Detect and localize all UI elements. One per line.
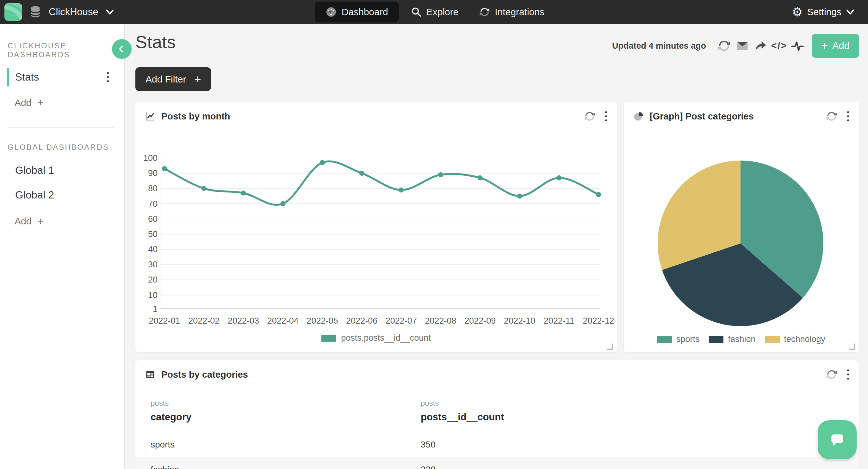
card-kebab-menu[interactable] — [847, 369, 849, 379]
sidebar-item-global-1[interactable]: Global 1 — [15, 164, 124, 176]
gear-icon: ⚙ — [792, 6, 803, 18]
card-header: [Graph] Post categories — [624, 102, 859, 131]
table-row: fashion 320 — [135, 457, 859, 469]
card-post-categories-graph: [Graph] Post categories sports fashion — [624, 102, 859, 353]
add-chart-label: Add — [832, 40, 850, 52]
tab-explore[interactable]: Explore — [402, 2, 468, 23]
card-refresh-button[interactable] — [826, 111, 837, 122]
svg-text:1: 1 — [153, 304, 158, 313]
tab-integrations-label: Integrations — [495, 7, 545, 18]
plus-icon: + — [821, 39, 828, 53]
sidebar: CLICKHOUSE DASHBOARDS Stats Add + GLOBAL… — [0, 24, 125, 469]
kebab-menu-icon[interactable] — [106, 72, 109, 82]
card-kebab-menu[interactable] — [847, 111, 849, 121]
svg-text:80: 80 — [148, 183, 158, 193]
sidebar-section-global: GLOBAL DASHBOARDS — [8, 143, 124, 152]
search-icon — [411, 7, 422, 18]
chat-bubble-icon — [827, 430, 848, 450]
pie-chart — [624, 102, 859, 353]
svg-text:30: 30 — [148, 260, 158, 269]
tab-dashboard[interactable]: Dashboard — [315, 2, 399, 23]
add-label: Add — [14, 216, 31, 227]
sidebar-item-stats-label: Stats — [15, 71, 39, 83]
svg-text:2022-10: 2022-10 — [504, 316, 535, 326]
svg-text:2022-04: 2022-04 — [267, 316, 299, 326]
add-filter-button[interactable]: Add Filter + — [135, 67, 211, 91]
table-row: sports 350 — [135, 432, 859, 457]
sidebar-add-global-dashboard[interactable]: Add + — [14, 215, 124, 227]
svg-text:40: 40 — [148, 245, 158, 254]
tab-dashboard-label: Dashboard — [342, 7, 388, 18]
add-chart-button[interactable]: + Add — [812, 34, 859, 58]
workspace-brand[interactable]: ClickHouse — [4, 3, 114, 21]
card-kebab-menu[interactable] — [605, 111, 607, 121]
page-title: Stats — [135, 32, 176, 52]
embed-code-button[interactable]: </> — [770, 37, 788, 55]
legend-item-sports: sports — [657, 334, 700, 344]
envelope-icon — [736, 39, 749, 53]
plus-icon: + — [37, 96, 43, 109]
plus-icon: + — [37, 215, 43, 227]
sidebar-item-global-2[interactable]: Global 2 — [15, 189, 124, 201]
card-header: Posts by month — [135, 102, 617, 131]
active-indicator — [7, 68, 9, 86]
email-report-button[interactable] — [733, 37, 752, 55]
svg-text:90: 90 — [148, 168, 158, 178]
card-posts-by-categories: Posts by categories posts category posts… — [135, 360, 859, 469]
legend-label: fashion — [728, 334, 755, 344]
line-chart-legend: posts.posts__id__count — [135, 333, 617, 343]
add-filter-label: Add Filter — [146, 74, 186, 85]
card-refresh-button[interactable] — [826, 369, 837, 380]
legend-label: posts.posts__id__count — [341, 333, 431, 343]
svg-text:2022-01: 2022-01 — [149, 316, 180, 326]
svg-text:10: 10 — [148, 291, 158, 300]
svg-text:2022-07: 2022-07 — [385, 316, 417, 326]
legend-swatch — [321, 335, 336, 342]
sidebar-section-clickhouse: CLICKHOUSE DASHBOARDS — [8, 41, 124, 59]
sidebar-collapse-button[interactable] — [112, 39, 132, 59]
refresh-button[interactable] — [715, 37, 733, 55]
pie-chart-icon — [633, 111, 644, 122]
table-icon — [145, 369, 156, 380]
column-name: posts__id__count — [421, 411, 859, 423]
gauge-icon — [326, 6, 337, 18]
cell-count: 320 — [421, 465, 859, 469]
pie-chart-legend: sports fashion technology — [624, 334, 859, 344]
refresh-icon — [584, 111, 595, 122]
column-header-count: posts posts__id__count — [421, 399, 859, 423]
svg-text:60: 60 — [148, 214, 158, 224]
refresh-icon — [826, 369, 837, 380]
card-refresh-button[interactable] — [584, 111, 595, 122]
settings-label: Settings — [807, 7, 841, 18]
tab-integrations[interactable]: Integrations — [470, 2, 553, 23]
settings-menu[interactable]: ⚙ Settings — [792, 6, 855, 18]
legend-label: technology — [784, 334, 826, 344]
legend-item-technology: technology — [765, 334, 826, 344]
card-actions — [826, 111, 849, 122]
share-button[interactable] — [752, 37, 770, 55]
card-actions — [584, 111, 607, 122]
card-title: Posts by categories — [161, 369, 248, 380]
refresh-icon — [826, 111, 837, 122]
svg-text:2022-03: 2022-03 — [228, 316, 259, 326]
column-header-category: posts category — [135, 399, 421, 423]
nav-tabs: Dashboard Explore Integrations — [315, 0, 553, 24]
svg-text:100: 100 — [143, 153, 158, 163]
code-icon: </> — [771, 40, 787, 52]
legend-label: sports — [676, 334, 700, 344]
sync-icon — [479, 7, 490, 18]
top-nav: ClickHouse Dashboard Explore — [0, 0, 868, 24]
svg-text:2022-06: 2022-06 — [346, 316, 377, 326]
card-posts-by-month: 10090807060504030201012022-012022-022022… — [135, 102, 617, 353]
sidebar-add-dashboard[interactable]: Add + — [14, 96, 124, 109]
cell-category: sports — [135, 440, 421, 450]
svg-text:2022-09: 2022-09 — [464, 316, 496, 326]
chat-widget-button[interactable] — [818, 420, 857, 459]
workspace-name: ClickHouse — [49, 6, 98, 18]
svg-text:2022-02: 2022-02 — [188, 316, 220, 326]
svg-text:2022-08: 2022-08 — [425, 316, 457, 326]
legend-swatch — [765, 336, 780, 343]
line-chart-icon — [145, 111, 156, 122]
activity-button[interactable] — [788, 37, 807, 55]
sidebar-item-stats[interactable]: Stats — [0, 68, 124, 86]
